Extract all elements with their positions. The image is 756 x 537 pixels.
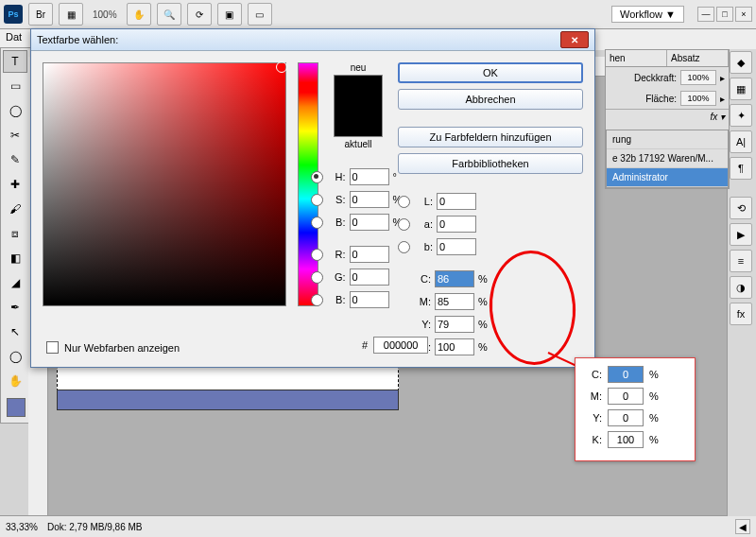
app-top-toolbar: Ps Br ▦ 100% ✋ 🔍 ⟳ ▣ ▭ Workflow ▼ — □ × <box>0 0 756 29</box>
rotate-view-button[interactable]: ⟳ <box>187 3 212 26</box>
screen-mode-button[interactable]: ▭ <box>248 3 272 26</box>
web-colors-checkbox-row[interactable]: Nur Webfarben anzeigen <box>46 341 180 354</box>
foreground-swatch[interactable] <box>7 398 26 417</box>
radio-l[interactable] <box>398 196 410 208</box>
dialog-titlebar[interactable]: Textfarbe wählen: ✕ <box>31 29 594 51</box>
healing-tool[interactable]: ✚ <box>3 173 27 196</box>
dock-styles-icon[interactable]: ✦ <box>730 104 752 127</box>
g-input[interactable] <box>350 268 389 286</box>
maximize-button[interactable]: □ <box>716 7 733 22</box>
eyedropper-tool[interactable]: ✎ <box>3 148 27 171</box>
lab-b-input[interactable] <box>437 238 476 255</box>
h-input[interactable] <box>350 168 389 185</box>
bridge-button[interactable]: Br <box>28 3 53 26</box>
radio-h[interactable] <box>311 171 323 183</box>
blue-bar-object[interactable] <box>57 390 399 410</box>
radio-lab-b[interactable] <box>398 241 410 253</box>
dropdown-icon[interactable]: ▸ <box>720 73 725 83</box>
ok-button[interactable]: OK <box>398 62 583 83</box>
layer-group[interactable]: rung <box>607 130 728 149</box>
dock-history-icon[interactable]: ⟲ <box>730 197 752 219</box>
b-input[interactable] <box>350 214 389 231</box>
hash-label: # <box>362 339 368 351</box>
l-input[interactable] <box>437 193 476 210</box>
eraser-tool[interactable]: ◧ <box>3 247 27 269</box>
crop-tool[interactable]: ✂ <box>3 124 27 147</box>
doc-size-info: Dok: 2,79 MB/9,86 MB <box>47 522 143 532</box>
color-preview <box>334 75 383 137</box>
y-input[interactable] <box>435 316 474 333</box>
dock-channels-icon[interactable]: ◑ <box>730 276 752 299</box>
dock-swatches-icon[interactable]: ▦ <box>730 78 752 100</box>
path-tool[interactable]: ↖ <box>3 320 27 343</box>
mini-bridge-button[interactable]: ▦ <box>59 3 83 26</box>
callout-c-input[interactable] <box>608 366 644 383</box>
dock-paths-icon[interactable]: fx <box>730 303 752 325</box>
zoom-display[interactable]: 100% <box>89 9 121 20</box>
file-menu[interactable]: Dat <box>6 31 22 43</box>
add-swatch-button[interactable]: Zu Farbfeldern hinzufügen <box>398 127 583 147</box>
dock-character-icon[interactable]: A| <box>730 130 752 153</box>
minimize-button[interactable]: — <box>697 7 714 22</box>
callout-k-input[interactable] <box>608 431 644 448</box>
scroll-left-button[interactable]: ◀ <box>735 519 750 534</box>
hand-tool-button[interactable]: ✋ <box>127 3 151 26</box>
fx-indicator[interactable]: fx ▾ <box>606 109 729 124</box>
dock-paragraph-icon[interactable]: ¶ <box>730 157 752 180</box>
tab-absatz[interactable]: Absatz <box>667 50 729 66</box>
radio-a[interactable] <box>398 218 410 231</box>
a-input[interactable] <box>437 216 476 233</box>
callout-y-input[interactable] <box>608 409 644 426</box>
bb-input[interactable] <box>350 291 389 308</box>
marquee-tool[interactable]: ▭ <box>3 75 27 97</box>
tab-ebene[interactable]: hen <box>606 50 667 66</box>
radio-r[interactable] <box>311 249 323 261</box>
gradient-tool[interactable]: ◢ <box>3 271 27 294</box>
cancel-button[interactable]: Abbrechen <box>398 89 583 110</box>
lasso-tool[interactable]: ◯ <box>3 99 27 122</box>
dropdown-icon[interactable]: ▸ <box>720 94 725 104</box>
m-input[interactable] <box>435 293 474 310</box>
arrange-button[interactable]: ▣ <box>217 3 242 26</box>
color-cursor-icon <box>276 61 287 73</box>
opacity-input[interactable] <box>680 70 716 85</box>
opacity-label: Deckkraft: <box>634 73 677 83</box>
zoom-percent[interactable]: 33,33% <box>6 522 38 532</box>
web-colors-checkbox[interactable] <box>46 341 59 354</box>
c-input[interactable] <box>435 270 474 287</box>
fill-label: Fläche: <box>645 94 677 104</box>
workspace-switcher[interactable]: Workflow ▼ <box>611 6 684 23</box>
properties-panel: hen Absatz Deckkraft: ▸ Fläche: ▸ fx ▾ r… <box>605 49 730 189</box>
fill-input[interactable] <box>680 91 716 106</box>
dialog-close-button[interactable]: ✕ <box>560 31 589 48</box>
s-input[interactable] <box>350 191 389 208</box>
layer-text[interactable]: e 32b 17192 Waren/M... <box>607 149 728 168</box>
dock-layers-icon[interactable]: ≡ <box>730 250 752 272</box>
hex-input[interactable] <box>373 337 428 354</box>
pen-tool[interactable]: ✒ <box>3 296 27 319</box>
dock-actions-icon[interactable]: ▶ <box>730 223 752 246</box>
type-tool[interactable]: T <box>3 50 27 73</box>
brush-tool[interactable]: 🖌 <box>3 198 27 220</box>
k-input[interactable] <box>435 338 474 355</box>
r-input[interactable] <box>350 246 389 263</box>
status-bar: 33,33% Dok: 2,79 MB/9,86 MB ◀ <box>0 515 756 537</box>
zoom-tool-button[interactable]: 🔍 <box>157 3 181 26</box>
color-field[interactable] <box>43 62 286 306</box>
callout-cmyk: C:% M:% Y:% K:% <box>575 357 696 461</box>
new-label: neu <box>351 62 367 73</box>
shape-tool[interactable]: ◯ <box>3 345 27 368</box>
stamp-tool[interactable]: ⧈ <box>3 222 27 245</box>
panel-dock: ◆ ▦ ✦ A| ¶ ⟲ ▶ ≡ ◑ fx <box>727 49 756 516</box>
close-window-button[interactable]: × <box>735 7 752 22</box>
dock-color-icon[interactable]: ◆ <box>730 51 752 74</box>
radio-g[interactable] <box>311 271 323 284</box>
toolbox: T ▭ ◯ ✂ ✎ ✚ 🖌 ⧈ ◧ ◢ ✒ ↖ ◯ ✋ <box>0 47 32 424</box>
color-libraries-button[interactable]: Farbbibliotheken <box>398 153 583 174</box>
radio-bb[interactable] <box>311 294 323 306</box>
callout-m-input[interactable] <box>608 388 644 405</box>
radio-s[interactable] <box>311 194 323 206</box>
hand-tool[interactable]: ✋ <box>3 370 27 392</box>
layer-administrator[interactable]: Administrator <box>607 168 728 187</box>
radio-b[interactable] <box>311 217 323 229</box>
